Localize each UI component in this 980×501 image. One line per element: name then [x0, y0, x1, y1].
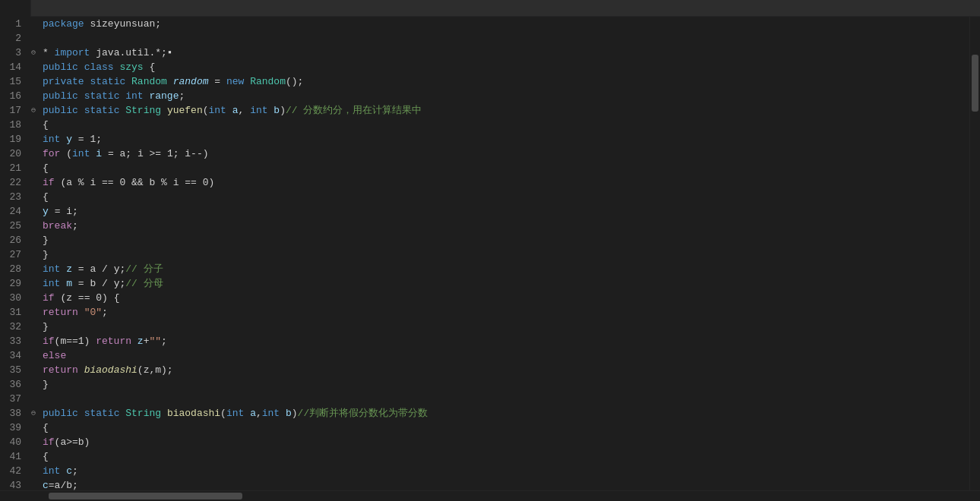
fold-gutter[interactable]: ⊖: [27, 103, 40, 118]
fold-gutter: [27, 175, 40, 190]
line-number: 1: [0, 17, 27, 31]
scroll-area-h[interactable]: [0, 491, 969, 501]
line-number: 37: [0, 392, 27, 406]
scrollbar-thumb-h[interactable]: [49, 493, 242, 499]
fold-gutter: [27, 377, 40, 392]
fold-gutter: [27, 478, 40, 490]
fold-gutter: [27, 74, 40, 89]
line-number: 25: [0, 219, 27, 233]
code-content: package sizeyunsuan;: [40, 17, 969, 31]
code-line-row: 2: [0, 31, 969, 46]
file-tab[interactable]: [0, 0, 31, 17]
tab-close-icon[interactable]: [12, 3, 23, 14]
fold-gutter: [27, 219, 40, 233]
fold-gutter: [27, 60, 40, 74]
line-number: 33: [0, 334, 27, 348]
fold-gutter: [27, 392, 40, 406]
code-line-row: 17⊖ public static String yuefen(int a, i…: [0, 103, 969, 118]
fold-gutter: [27, 421, 40, 435]
fold-gutter: [27, 464, 40, 478]
code-line-row: 15 private static Random random = new Ra…: [0, 74, 969, 89]
code-line-row: 16 public static int range;: [0, 89, 969, 103]
code-content: {: [40, 449, 969, 464]
line-number: 36: [0, 377, 27, 392]
code-line-row: 38⊖ public static String biaodashi(int a…: [0, 406, 969, 421]
fold-gutter: [27, 262, 40, 276]
code-content: return "0";: [40, 305, 969, 320]
line-number: 20: [0, 147, 27, 161]
scrollbar-thumb-v[interactable]: [972, 55, 978, 112]
code-area: 1package sizeyunsuan;23⊖* import java.ut…: [0, 17, 980, 501]
line-number: 35: [0, 363, 27, 377]
code-line-row: 42 int c;: [0, 464, 969, 478]
code-line-row: 43 c=a/b;: [0, 478, 969, 490]
tab-bar: [0, 0, 980, 17]
code-content: return biaodashi(z,m);: [40, 363, 969, 377]
fold-gutter: [27, 17, 40, 31]
code-content: if(m==1) return z+"";: [40, 334, 969, 348]
code-content: if(a>=b): [40, 435, 969, 449]
fold-gutter: [27, 147, 40, 161]
line-number: 42: [0, 464, 27, 478]
fold-gutter: [27, 190, 40, 204]
line-number: 34: [0, 348, 27, 363]
fold-gutter[interactable]: ⊖: [27, 46, 40, 60]
code-line-row: 21 {: [0, 161, 969, 175]
code-line-row: 24 y = i;: [0, 204, 969, 219]
fold-gutter: [27, 305, 40, 320]
fold-gutter: [27, 247, 40, 262]
line-number: 39: [0, 421, 27, 435]
code-line-row: 32 }: [0, 320, 969, 334]
fold-gutter: [27, 276, 40, 291]
fold-gutter[interactable]: ⊖: [27, 406, 40, 421]
code-content: }: [40, 247, 969, 262]
code-line-row: 30 if (z == 0) {: [0, 291, 969, 305]
line-number: 30: [0, 291, 27, 305]
fold-gutter: [27, 31, 40, 46]
code-content: [40, 392, 969, 406]
code-content: if (a % i == 0 && b % i == 0): [40, 175, 969, 190]
vertical-scrollbar[interactable]: [969, 17, 980, 490]
line-number: 18: [0, 118, 27, 132]
editor-container: 1package sizeyunsuan;23⊖* import java.ut…: [0, 0, 980, 501]
horizontal-scrollbar[interactable]: [0, 490, 980, 501]
code-line-row: 23 {: [0, 190, 969, 204]
code-line-row: 36 }: [0, 377, 969, 392]
fold-gutter: [27, 348, 40, 363]
code-content: [40, 31, 969, 46]
code-content: int c;: [40, 464, 969, 478]
line-number: 14: [0, 60, 27, 74]
line-number: 21: [0, 161, 27, 175]
line-number: 31: [0, 305, 27, 320]
code-scroll-area[interactable]: 1package sizeyunsuan;23⊖* import java.ut…: [0, 17, 980, 490]
code-content: }: [40, 233, 969, 247]
code-line-row: 19 int y = 1;: [0, 132, 969, 147]
code-line-row: 37: [0, 392, 969, 406]
code-line-row: 25 break;: [0, 219, 969, 233]
code-content: {: [40, 161, 969, 175]
code-content: * import java.util.*;▪: [40, 46, 969, 60]
code-line-row: 18 {: [0, 118, 969, 132]
fold-gutter: [27, 320, 40, 334]
line-number: 17: [0, 103, 27, 118]
code-content: else: [40, 348, 969, 363]
code-content: int y = 1;: [40, 132, 969, 147]
code-content: private static Random random = new Rando…: [40, 74, 969, 89]
line-number: 38: [0, 406, 27, 421]
fold-gutter: [27, 449, 40, 464]
code-line-row: 28 int z = a / y;// 分子: [0, 262, 969, 276]
code-content: for (int i = a; i >= 1; i--): [40, 147, 969, 161]
fold-gutter: [27, 204, 40, 219]
fold-gutter: [27, 161, 40, 175]
code-content: }: [40, 320, 969, 334]
code-line-row: 31 return "0";: [0, 305, 969, 320]
code-content: }: [40, 377, 969, 392]
code-content: c=a/b;: [40, 478, 969, 490]
fold-gutter: [27, 89, 40, 103]
code-line-row: 27 }: [0, 247, 969, 262]
line-number: 2: [0, 31, 27, 46]
fold-gutter: [27, 435, 40, 449]
code-line-row: 22 if (a % i == 0 && b % i == 0): [0, 175, 969, 190]
fold-gutter: [27, 233, 40, 247]
code-content: public static int range;: [40, 89, 969, 103]
